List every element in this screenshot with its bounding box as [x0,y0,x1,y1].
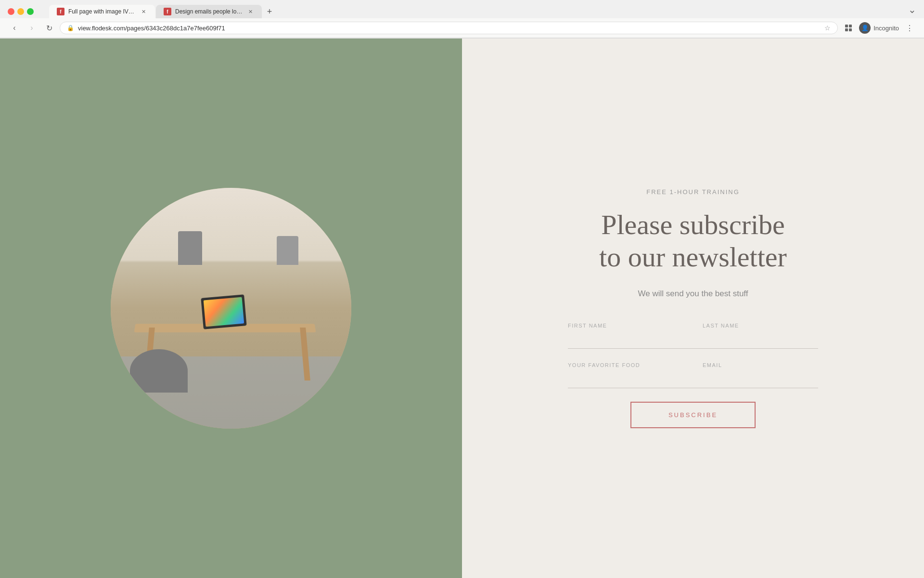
main-heading: Please subscribe to our newsletter [568,209,818,273]
email-input[interactable] [703,370,818,382]
browser-options-button[interactable]: ⋮ [903,21,916,35]
first-name-field: FIRST NAME [568,323,683,342]
address-bar[interactable]: 🔒 view.flodesk.com/pages/6343c268dc1a7e7… [60,22,838,34]
nav-right: 👤 Incognito ⋮ [842,21,916,35]
favorite-food-field: YOUR FAVORITE FOOD [568,362,683,382]
email-label: EMAIL [703,362,818,368]
svg-rect-1 [849,25,852,27]
address-text: view.flodesk.com/pages/6343c268dc1a7e7fe… [78,25,821,32]
browser-menu-icon[interactable]: ⌄ [908,4,916,15]
last-name-input[interactable] [703,330,818,342]
favorite-food-label: YOUR FAVORITE FOOD [568,362,683,368]
svg-rect-2 [845,28,848,31]
forward-button[interactable]: › [25,21,38,35]
page-content: FREE 1-HOUR TRAINING Please subscribe to… [0,39,924,578]
last-name-label: LAST NAME [703,323,818,328]
first-name-input[interactable] [568,330,683,342]
room-scene [111,188,351,429]
tagline-text: FREE 1-HOUR TRAINING [568,188,818,196]
tabs-row: f Full page with image IV | Flode... ✕ f… [41,5,916,18]
tab-close-1[interactable]: ✕ [140,8,147,15]
extensions-button[interactable] [842,21,855,35]
bookmark-icon[interactable]: ☆ [824,24,831,32]
tab-active[interactable]: f Full page with image IV | Flode... ✕ [49,5,155,18]
form-container: FREE 1-HOUR TRAINING Please subscribe to… [549,159,837,457]
incognito-label: Incognito [873,25,899,32]
new-tab-button[interactable]: + [263,5,276,18]
favorite-food-input[interactable] [568,370,683,382]
chair-front [130,349,188,393]
close-window-button[interactable] [8,8,14,15]
tab-title-2: Design emails people love to g... [175,8,243,15]
form-row-food-email: YOUR FAVORITE FOOD EMAIL [568,362,818,388]
heading-line-2: to our newsletter [599,241,787,273]
maximize-window-button[interactable] [27,8,34,15]
nav-bar: ‹ › ↻ 🔒 view.flodesk.com/pages/6343c268d… [0,18,924,38]
last-name-field: LAST NAME [703,323,818,342]
right-panel: FREE 1-HOUR TRAINING Please subscribe to… [462,39,924,578]
subscribe-button[interactable]: SUBSCRIBE [630,402,756,428]
heading-line-1: Please subscribe [601,209,785,240]
chair-back-left [178,231,202,265]
chair-back-right [277,236,298,265]
tab-2[interactable]: f Design emails people love to g... ✕ [156,5,262,18]
incognito-icon: 👤 [859,22,871,34]
back-button[interactable]: ‹ [8,21,21,35]
email-field: EMAIL [703,362,818,382]
incognito-badge: 👤 Incognito [859,22,899,34]
tablet-screen [204,297,244,327]
tab-favicon-1: f [57,8,64,15]
form-row-name: FIRST NAME LAST NAME [568,323,818,349]
tab-title-1: Full page with image IV | Flode... [68,8,136,15]
reload-button[interactable]: ↻ [42,21,56,35]
first-name-label: FIRST NAME [568,323,683,328]
subtitle-text: We will send you the best stuff [568,289,818,299]
hero-image [111,188,351,429]
tab-close-2[interactable]: ✕ [246,8,254,15]
lock-icon: 🔒 [67,25,74,31]
tab-favicon-2: f [164,8,171,15]
svg-rect-0 [845,25,848,27]
minimize-window-button[interactable] [17,8,24,15]
left-panel [0,39,462,578]
tablet [201,294,246,329]
traffic-lights [8,8,34,15]
svg-rect-3 [849,28,852,31]
